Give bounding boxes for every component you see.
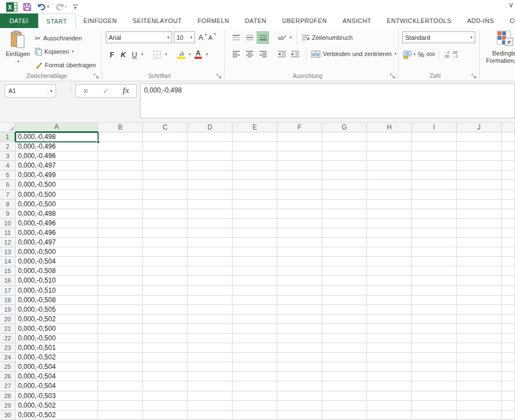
cell-C6[interactable] [143,180,188,190]
font-color-dropdown-arrow[interactable]: ▾ [206,52,208,57]
row-header-1[interactable]: 1 [0,132,16,142]
column-header-D[interactable]: D [188,123,233,132]
decrease-indent-button[interactable] [276,48,288,60]
cell-G11[interactable] [322,228,367,238]
cell-partial-29[interactable] [502,401,515,410]
cell-C10[interactable] [143,219,188,228]
cell-partial-8[interactable] [502,200,515,209]
number-format-dropdown-arrow[interactable]: ▾ [470,35,472,40]
cell-J5[interactable] [457,170,502,180]
cell-I14[interactable] [412,257,457,266]
row-header-22[interactable]: 22 [0,334,16,343]
tab-datei[interactable]: DATEI [0,13,38,28]
cell-H13[interactable] [367,247,412,257]
cell-I6[interactable] [412,180,457,190]
tab-formeln[interactable]: FORMELN [189,13,237,28]
cell-F21[interactable] [277,324,322,334]
cell-J1[interactable] [457,132,502,142]
font-color-button[interactable]: A [192,48,205,61]
cell-partial-3[interactable] [502,151,515,161]
cell-E9[interactable] [233,209,277,219]
cell-D12[interactable] [188,238,233,247]
cell-J2[interactable] [457,142,502,151]
column-header-J[interactable]: J [457,123,502,132]
tab-add-ins[interactable]: ADD-INS [459,13,502,28]
cell-A3[interactable]: 0,000,-0,496 [16,151,98,161]
cell-J19[interactable] [457,305,502,315]
cell-E30[interactable] [233,410,277,420]
cut-button[interactable]: ✂ Ausschneiden [34,31,97,45]
cell-A29[interactable]: 0,000,-0,502 [16,401,98,410]
cell-partial-13[interactable] [502,247,515,257]
cell-G21[interactable] [322,324,367,334]
borders-dropdown-arrow[interactable]: ▾ [165,52,168,57]
orientation-button[interactable]: ab [276,31,288,44]
cell-D3[interactable] [188,151,233,161]
merge-center-button[interactable]: Verbinden und zentrieren ▾ [311,50,396,58]
cell-I24[interactable] [412,353,457,362]
cell-B25[interactable] [98,362,143,372]
save-button[interactable] [21,1,33,12]
cell-C22[interactable] [143,334,188,343]
cell-I25[interactable] [412,362,457,372]
cell-I18[interactable] [412,296,457,305]
cell-I19[interactable] [412,305,457,315]
cell-H7[interactable] [367,190,412,200]
cell-partial-27[interactable] [502,381,515,391]
cell-E13[interactable] [233,247,277,257]
italic-button[interactable]: K [118,50,128,59]
cell-J7[interactable] [457,190,502,200]
cell-partial-4[interactable] [502,161,515,170]
cell-partial-25[interactable] [502,362,515,372]
tab-ansicht[interactable]: ANSICHT [335,13,379,28]
cell-B16[interactable] [98,276,143,285]
align-left-button[interactable] [230,48,242,60]
cell-G2[interactable] [322,142,367,151]
cell-I9[interactable] [412,209,457,219]
cell-G8[interactable] [322,200,367,209]
align-middle-button[interactable] [243,31,256,44]
cell-H25[interactable] [367,362,412,372]
cell-D10[interactable] [188,219,233,228]
cell-I30[interactable] [412,410,457,420]
cell-A10[interactable]: 0,000,-0,496 [16,219,98,228]
cell-A23[interactable]: 0,000,-0,501 [16,343,98,353]
cell-partial-16[interactable] [502,276,515,285]
cell-F27[interactable] [277,381,322,391]
cell-J28[interactable] [457,391,502,401]
cell-B2[interactable] [98,142,143,151]
cell-C24[interactable] [143,353,188,362]
cell-H6[interactable] [367,180,412,190]
cell-partial-14[interactable] [502,257,515,266]
cell-partial-21[interactable] [502,324,515,334]
decrease-decimal-button[interactable]: ,00 →0 [452,50,458,58]
align-right-button[interactable] [257,48,269,60]
cell-D28[interactable] [188,391,233,401]
cell-H14[interactable] [367,257,412,266]
cell-I5[interactable] [412,170,457,180]
grow-font-button[interactable]: A▴ [197,33,205,41]
row-header-21[interactable]: 21 [0,324,16,334]
cell-I21[interactable] [412,324,457,334]
cell-partial-11[interactable] [502,228,515,238]
cell-G27[interactable] [322,381,367,391]
paste-button[interactable]: Einfügen ▾ [4,30,31,73]
cell-J23[interactable] [457,343,502,353]
cell-H24[interactable] [367,353,412,362]
conditional-formatting-button[interactable]: ≠ Bedingte Formatierung [485,30,515,64]
cell-A16[interactable]: 0,000,-0,510 [16,276,98,285]
cell-H22[interactable] [367,334,412,343]
select-all-button[interactable] [0,123,16,132]
paste-dropdown-arrow[interactable]: ▾ [17,59,20,63]
cell-G5[interactable] [322,170,367,180]
cell-H11[interactable] [367,228,412,238]
cell-partial-20[interactable] [502,315,515,324]
cell-D21[interactable] [188,324,233,334]
cell-A22[interactable]: 0,000,-0,500 [16,334,98,343]
row-header-20[interactable]: 20 [0,315,16,324]
column-header-A[interactable]: A [16,123,98,132]
cell-G1[interactable] [322,132,367,142]
row-header-11[interactable]: 11 [0,228,16,238]
cell-F19[interactable] [277,305,322,315]
accounting-dropdown-arrow[interactable]: ▾ [414,52,416,57]
